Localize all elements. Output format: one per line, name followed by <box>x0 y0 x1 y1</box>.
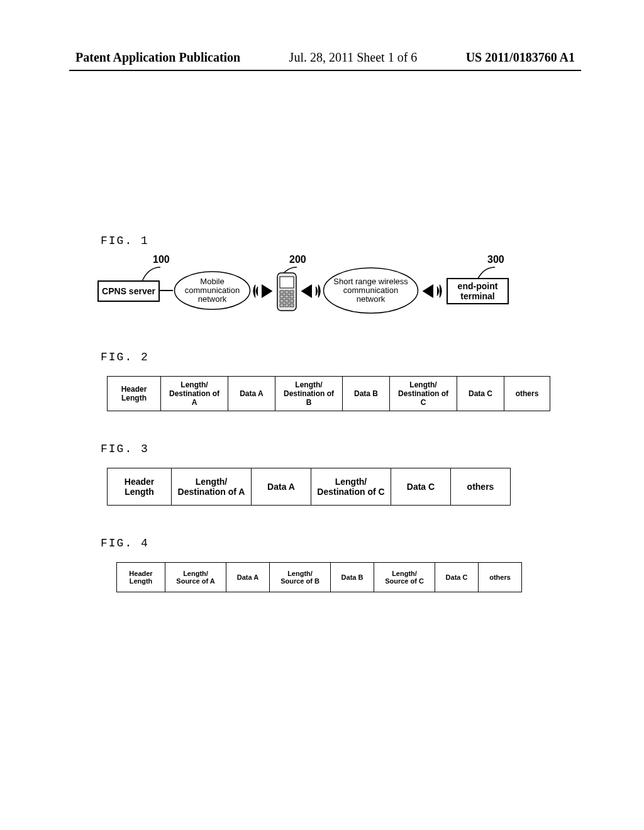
fig2-cell: Data B <box>343 377 390 411</box>
signal-right-icon <box>301 284 321 298</box>
svg-rect-5 <box>290 290 294 294</box>
page-header: Patent Application Publication Jul. 28, … <box>0 0 644 70</box>
svg-rect-2 <box>280 277 294 288</box>
svg-rect-6 <box>280 295 284 298</box>
svg-rect-13 <box>285 304 289 307</box>
header-right: US 2011/0183760 A1 <box>466 50 575 65</box>
fig4-cell: Length/ Source of B <box>270 563 331 592</box>
fig4-label: FIG. 4 <box>101 537 644 550</box>
ref-100: 100 <box>153 254 170 265</box>
cpns-server-label: CPNS server <box>102 286 155 296</box>
svg-rect-10 <box>285 299 289 302</box>
fig4-table: Header Length Length/ Source of A Data A… <box>116 562 522 592</box>
fig2-cell: Length/ Destination of C <box>390 377 457 411</box>
table-row: Header Length Length/ Source of A Data A… <box>117 563 522 592</box>
svg-rect-3 <box>280 290 284 294</box>
endpoint-label: end-point terminal <box>448 281 508 301</box>
ref-300: 300 <box>487 254 504 265</box>
fig2-cell: Length/ Destination of B <box>275 377 343 411</box>
fig1-label: FIG. 1 <box>101 235 644 247</box>
shortrange-cloud-label: Short range wireless communication netwo… <box>322 277 419 304</box>
fig3-label: FIG. 3 <box>101 443 644 455</box>
fig3-cell: Data A <box>252 468 311 506</box>
fig4-cell: Data A <box>226 563 270 592</box>
fig2-cell: Length/ Destination of A <box>161 377 228 411</box>
fig2-cell: Header Length <box>108 377 161 411</box>
fig2-cell: Data A <box>228 377 275 411</box>
fig4-cell: Header Length <box>117 563 165 592</box>
shortrange-cloud: Short range wireless communication netwo… <box>322 267 419 314</box>
signal-endpoint-icon <box>422 284 442 298</box>
svg-rect-11 <box>290 299 294 302</box>
fig1-diagram: 100 200 300 CPNS server Mobile communica… <box>110 263 581 332</box>
fig2-label: FIG. 2 <box>101 351 644 363</box>
svg-rect-8 <box>290 295 294 298</box>
fig3-table: Header Length Length/ Destination of A D… <box>107 468 511 506</box>
mobile-cloud: Mobile communication network <box>173 270 252 311</box>
svg-rect-14 <box>290 304 294 307</box>
fig3-cell: Header Length <box>108 468 172 506</box>
fig2-cell: Data C <box>457 377 504 411</box>
signal-left-icon <box>253 284 273 298</box>
svg-rect-12 <box>280 304 284 307</box>
fig4-cell: others <box>479 563 522 592</box>
svg-rect-7 <box>285 295 289 298</box>
fig2-cell: others <box>504 377 550 411</box>
fig3-cell: Length/ Destination of A <box>172 468 252 506</box>
endpoint-box: end-point terminal <box>447 278 509 304</box>
fig3-cell: Data C <box>391 468 451 506</box>
table-row: Header Length Length/ Destination of A D… <box>108 468 511 506</box>
fig4-cell: Length/ Source of A <box>165 563 226 592</box>
header-left: Patent Application Publication <box>75 50 240 65</box>
table-row: Header Length Length/ Destination of A D… <box>108 377 550 411</box>
line-cpns-cloud <box>158 290 173 291</box>
fig4-cell: Length/ Source of C <box>374 563 435 592</box>
fig3-cell: Length/ Destination of C <box>311 468 391 506</box>
mobile-cloud-label: Mobile communication network <box>173 277 252 304</box>
phone-icon <box>274 272 299 312</box>
fig4-cell: Data B <box>331 563 374 592</box>
ref-200: 200 <box>289 254 306 265</box>
svg-rect-4 <box>285 290 289 294</box>
svg-rect-9 <box>280 299 284 302</box>
lead-curve-100 <box>141 265 163 282</box>
header-mid: Jul. 28, 2011 Sheet 1 of 6 <box>289 50 418 65</box>
cpns-server-box: CPNS server <box>97 280 160 302</box>
fig4-cell: Data C <box>435 563 479 592</box>
fig2-table: Header Length Length/ Destination of A D… <box>107 376 550 411</box>
fig3-cell: others <box>451 468 511 506</box>
